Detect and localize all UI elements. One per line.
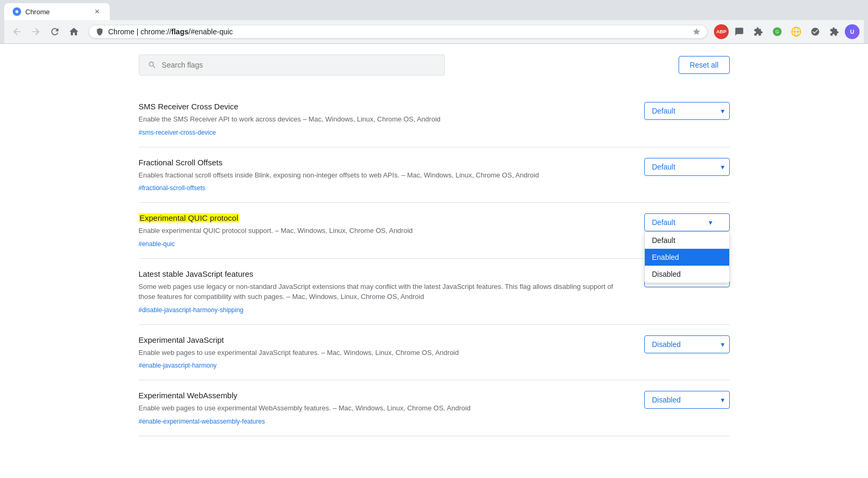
- flag-info: Experimental QUIC protocolEnable experim…: [139, 213, 614, 248]
- flag-control: DefaultEnabledDisabled: [644, 102, 730, 120]
- select-wrapper[interactable]: DefaultEnabledDisabled: [644, 158, 730, 176]
- svg-text:G: G: [776, 29, 779, 34]
- select-wrapper[interactable]: DefaultEnabledDisabled: [644, 335, 730, 353]
- flag-anchor-link[interactable]: #disable-javascript-harmony-shipping: [139, 306, 244, 314]
- flag-anchor-link[interactable]: #enable-javascript-harmony: [139, 362, 217, 369]
- dropdown-menu: DefaultEnabledDisabled: [644, 231, 730, 283]
- flag-description: Enable experimental QUIC protocol suppor…: [139, 226, 614, 236]
- flag-info: SMS Receiver Cross DeviceEnable the SMS …: [139, 102, 614, 136]
- flag-select[interactable]: DefaultEnabledDisabled: [644, 102, 730, 120]
- home-button[interactable]: [65, 23, 82, 40]
- flag-control: DefaultEnabledDisabled: [644, 391, 730, 409]
- flag-description: Enable the SMS Receiver API to work acro…: [139, 114, 614, 125]
- flag-select[interactable]: DefaultEnabledDisabled: [644, 335, 730, 353]
- forward-button[interactable]: [27, 23, 44, 40]
- browser-chrome: Chrome ✕ Chrome | chrome://flags/#enable…: [0, 0, 868, 44]
- search-icon: [148, 60, 157, 70]
- search-bar[interactable]: [139, 54, 445, 76]
- flag-info: Fractional Scroll OffsetsEnables fractio…: [139, 158, 614, 192]
- flag-select[interactable]: DefaultEnabledDisabled: [644, 158, 730, 176]
- address-bar[interactable]: Chrome | chrome://flags/#enable-quic: [89, 25, 708, 39]
- tab-close-button[interactable]: ✕: [93, 7, 101, 16]
- flag-title: Experimental WebAssembly: [139, 391, 614, 400]
- svg-point-1: [15, 10, 18, 13]
- google-translate-icon[interactable]: G: [769, 23, 786, 40]
- select-wrapper[interactable]: DefaultEnabledDisabled: [644, 102, 730, 120]
- browser-tab[interactable]: Chrome ✕: [4, 3, 110, 20]
- flag-control: DefaultEnabledDisabled: [644, 335, 730, 353]
- flag-anchor-link[interactable]: #fractional-scroll-offsets: [139, 184, 206, 192]
- flag-info: Latest stable JavaScript featuresSome we…: [139, 269, 614, 314]
- select-wrapper[interactable]: DefaultEnabledDisabled: [644, 391, 730, 409]
- search-input[interactable]: [162, 61, 436, 69]
- dropdown-current-value: Default: [652, 218, 675, 227]
- flag-item: SMS Receiver Cross DeviceEnable the SMS …: [139, 91, 730, 147]
- flag-item: Experimental JavaScriptEnable web pages …: [139, 325, 730, 381]
- flag-description: Enable web pages to use experimental Jav…: [139, 348, 614, 358]
- toolbar-extension-icons: ABP G U: [714, 23, 860, 40]
- flag-description: Enable web pages to use experimental Web…: [139, 403, 614, 414]
- flag-title: Experimental JavaScript: [139, 335, 614, 344]
- address-text: Chrome | chrome://flags/#enable-quic: [108, 27, 688, 36]
- reset-all-button[interactable]: Reset all: [679, 56, 729, 74]
- browser-toolbar: Chrome | chrome://flags/#enable-quic ABP…: [4, 20, 864, 43]
- dropdown-button[interactable]: Default▾: [644, 213, 730, 231]
- flag-title: Fractional Scroll Offsets: [139, 158, 614, 167]
- earth-icon[interactable]: [788, 23, 805, 40]
- flag-anchor-link[interactable]: #enable-experimental-webassembly-feature…: [139, 418, 265, 425]
- back-button[interactable]: [8, 23, 25, 40]
- adblock-plus-icon[interactable]: ABP: [714, 24, 729, 39]
- tab-bar: Chrome ✕: [4, 3, 864, 20]
- tab-favicon: [13, 7, 21, 16]
- search-bar-container: Reset all: [139, 54, 730, 76]
- puzzle-icon[interactable]: [826, 23, 843, 40]
- messaging-icon[interactable]: [731, 23, 748, 40]
- extensions-icon[interactable]: [750, 23, 767, 40]
- flag-item: Experimental WebAssemblyEnable web pages…: [139, 380, 730, 436]
- page-content: Reset all SMS Receiver Cross DeviceEnabl…: [118, 44, 751, 447]
- flag-anchor-link[interactable]: #enable-quic: [139, 240, 175, 248]
- flag-title: SMS Receiver Cross Device: [139, 102, 614, 111]
- flag-info: Experimental JavaScriptEnable web pages …: [139, 335, 614, 370]
- flag-control: DefaultEnabledDisabled: [644, 158, 730, 176]
- star-icon[interactable]: [692, 27, 701, 36]
- flag-item: Fractional Scroll OffsetsEnables fractio…: [139, 147, 730, 203]
- tab-title: Chrome: [25, 8, 89, 16]
- flag-info: Experimental WebAssemblyEnable web pages…: [139, 391, 614, 425]
- flag-title: Latest stable JavaScript features: [139, 269, 614, 278]
- user-avatar[interactable]: U: [845, 24, 860, 39]
- flag-description: Enables fractional scroll offsets inside…: [139, 170, 614, 181]
- flag-select[interactable]: DefaultEnabledDisabled: [644, 391, 730, 409]
- flag-description: Some web pages use legacy or non-standar…: [139, 282, 614, 302]
- security-icon: [96, 27, 104, 36]
- flag-title: Experimental QUIC protocol: [139, 213, 614, 222]
- dropdown-option[interactable]: Enabled: [645, 249, 729, 266]
- settings-icon[interactable]: [807, 23, 824, 40]
- flag-anchor-link[interactable]: #sms-receiver-cross-device: [139, 129, 216, 136]
- dropdown-open[interactable]: Default▾DefaultEnabledDisabled: [644, 213, 730, 231]
- flags-list: SMS Receiver Cross DeviceEnable the SMS …: [139, 91, 730, 436]
- dropdown-option[interactable]: Default: [645, 232, 729, 249]
- reload-button[interactable]: [46, 23, 63, 40]
- dropdown-option[interactable]: Disabled: [645, 266, 729, 283]
- flag-control: Default▾DefaultEnabledDisabled: [644, 213, 730, 231]
- flag-item: Latest stable JavaScript featuresSome we…: [139, 259, 730, 325]
- flag-item: Experimental QUIC protocolEnable experim…: [139, 203, 730, 259]
- chevron-down-icon: ▾: [709, 218, 712, 227]
